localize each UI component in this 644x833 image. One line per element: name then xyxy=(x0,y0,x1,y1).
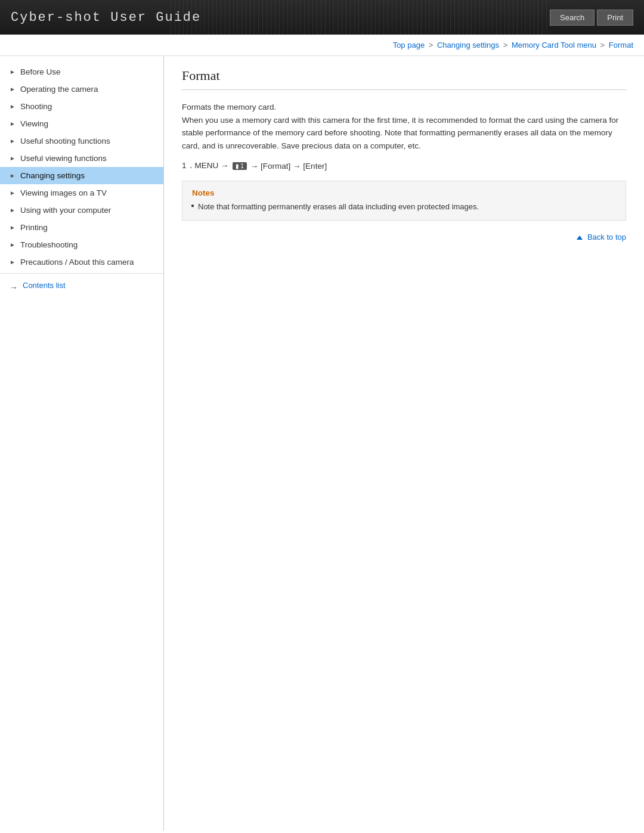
sidebar-item-label: Before Use xyxy=(20,67,61,76)
sidebar-item-computer[interactable]: ► Using with your computer xyxy=(0,202,163,219)
sidebar-item-useful-shooting[interactable]: ► Useful shooting functions xyxy=(0,132,163,150)
menu-icon: ▮ 1 xyxy=(233,162,247,170)
header: Cyber-shot User Guide Search Print xyxy=(0,0,644,35)
page-layout: ► Before Use ► Operating the camera ► Sh… xyxy=(0,56,644,831)
chevron-right-icon: ► xyxy=(10,155,16,162)
sidebar-item-changing-settings[interactable]: ► Changing settings xyxy=(0,167,163,184)
description-text: Formats the memory card. When you use a … xyxy=(182,101,626,152)
back-to-top-link[interactable]: Back to top xyxy=(577,233,626,241)
sidebar-item-shooting[interactable]: ► Shooting xyxy=(0,98,163,115)
chevron-right-icon: ► xyxy=(10,120,16,127)
breadcrumb: Top page > Changing settings > Memory Ca… xyxy=(0,35,644,56)
sidebar-item-precautions[interactable]: ► Precautions / About this camera xyxy=(0,253,163,271)
sidebar-item-operating-camera[interactable]: ► Operating the camera xyxy=(0,80,163,98)
chevron-right-icon: ► xyxy=(10,86,16,92)
step-label: 1．MENU → xyxy=(182,160,229,171)
sidebar-item-label: Troubleshooting xyxy=(20,240,78,249)
step-rest: → [Format] → [Enter] xyxy=(250,162,327,171)
breadcrumb-changing-settings[interactable]: Changing settings xyxy=(437,41,499,49)
sidebar-item-label: Changing settings xyxy=(20,171,85,180)
app-title: Cyber-shot User Guide xyxy=(11,10,201,25)
breadcrumb-memory-card-tool-menu[interactable]: Memory Card Tool menu xyxy=(512,41,596,49)
chevron-right-icon: ► xyxy=(10,207,16,213)
back-to-top-label: Back to top xyxy=(587,233,626,241)
sidebar-item-troubleshooting[interactable]: ► Troubleshooting xyxy=(0,236,163,253)
sidebar-item-label: Viewing xyxy=(20,119,48,128)
chevron-right-icon: ► xyxy=(10,138,16,144)
sidebar-item-label: Precautions / About this camera xyxy=(20,258,134,267)
sidebar-item-label: Printing xyxy=(20,223,48,232)
chevron-right-icon: ► xyxy=(10,172,16,179)
sidebar-item-label: Viewing images on a TV xyxy=(20,188,107,197)
chevron-right-icon: ► xyxy=(10,259,16,265)
sidebar-item-label: Operating the camera xyxy=(20,85,98,94)
print-button[interactable]: Print xyxy=(597,10,633,26)
description-line2: When you use a memory card with this cam… xyxy=(182,116,618,150)
arrow-right-icon xyxy=(10,283,19,289)
search-button[interactable]: Search xyxy=(550,10,595,26)
contents-list-link[interactable]: Contents list xyxy=(0,276,163,295)
page-number: 178 xyxy=(0,831,644,833)
sidebar-item-label: Useful viewing functions xyxy=(20,154,107,163)
chevron-right-icon: ► xyxy=(10,103,16,110)
contents-list-label: Contents list xyxy=(23,281,66,290)
sidebar-item-before-use[interactable]: ► Before Use xyxy=(0,63,163,80)
sidebar-item-viewing-tv[interactable]: ► Viewing images on a TV xyxy=(0,184,163,202)
sidebar-item-label: Useful shooting functions xyxy=(20,137,110,145)
sidebar-item-useful-viewing[interactable]: ► Useful viewing functions xyxy=(0,150,163,167)
chevron-right-icon: ► xyxy=(10,241,16,248)
main-content: Format Formats the memory card. When you… xyxy=(164,56,644,831)
chevron-right-icon: ► xyxy=(10,224,16,231)
breadcrumb-top-page[interactable]: Top page xyxy=(393,41,425,49)
page-title: Format xyxy=(182,68,626,90)
notes-item: Note that formatting permanently erases … xyxy=(192,201,616,213)
sidebar-divider xyxy=(0,273,163,274)
sidebar-item-viewing[interactable]: ► Viewing xyxy=(0,115,163,132)
step-instruction: 1．MENU → ▮ 1 → [Format] → [Enter] xyxy=(182,160,626,171)
notes-box: Notes Note that formatting permanently e… xyxy=(182,181,626,221)
sidebar-item-label: Shooting xyxy=(20,102,52,111)
sidebar-item-printing[interactable]: ► Printing xyxy=(0,219,163,236)
breadcrumb-format[interactable]: Format xyxy=(609,41,633,49)
header-buttons: Search Print xyxy=(550,10,633,26)
chevron-right-icon: ► xyxy=(10,69,16,75)
back-to-top: Back to top xyxy=(182,233,626,241)
sidebar-item-label: Using with your computer xyxy=(20,206,111,215)
description-line1: Formats the memory card. xyxy=(182,103,276,112)
triangle-up-icon xyxy=(577,236,583,240)
notes-title: Notes xyxy=(192,188,616,197)
chevron-right-icon: ► xyxy=(10,190,16,196)
sidebar: ► Before Use ► Operating the camera ► Sh… xyxy=(0,56,164,831)
